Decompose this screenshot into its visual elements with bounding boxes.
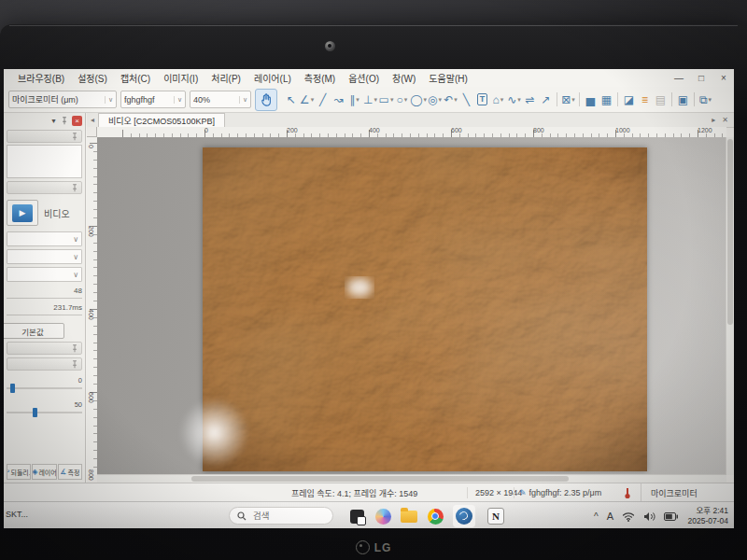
tool-button[interactable] <box>557 92 557 106</box>
menu-item[interactable]: 측정(M) <box>298 71 342 85</box>
tool-button[interactable] <box>579 92 580 106</box>
measure-select-tool[interactable]: ⊠ <box>560 91 576 109</box>
speaker-icon[interactable] <box>643 511 655 522</box>
grid-tool[interactable]: ▦ <box>599 91 614 109</box>
pencil-icon[interactable]: ✎ <box>519 488 527 497</box>
camera-option-select[interactable]: ∨ <box>7 267 82 282</box>
pointer-tool[interactable]: ↖ <box>283 91 299 109</box>
calibration-profile-dropdown[interactable]: fghgfhgf ∨ <box>120 91 186 108</box>
tool-button[interactable] <box>671 92 672 106</box>
camera-option-select[interactable]: ∨ <box>7 249 82 264</box>
slider-handle[interactable] <box>10 384 15 393</box>
file-explorer-button[interactable] <box>400 507 418 525</box>
horizontal-scrollbar[interactable] <box>97 474 726 483</box>
arrow-tool[interactable]: ↗ <box>538 91 554 109</box>
maximize-icon[interactable]: □ <box>695 73 708 83</box>
text-tool[interactable]: T <box>474 91 490 109</box>
spline-tool[interactable]: ∿ <box>506 91 522 109</box>
angle-tool[interactable]: ∠ <box>299 91 315 109</box>
export-tool[interactable]: ⧉ <box>698 91 713 109</box>
panel-section-header[interactable] <box>7 130 82 143</box>
panel-section-header[interactable] <box>7 342 82 355</box>
document-tab[interactable]: 비디오 [C2CMOS05100KPB] <box>98 113 225 127</box>
parallel-lines-tool[interactable]: ∥ <box>346 91 362 109</box>
task-view-button[interactable] <box>347 507 366 525</box>
pin-icon[interactable] <box>71 344 78 353</box>
menu-item[interactable]: 창(W) <box>386 71 422 85</box>
menu-item[interactable]: 옵션(O) <box>342 71 386 85</box>
tray-expand-icon[interactable]: ^ <box>594 511 599 522</box>
clipboard-tool[interactable]: ▣ <box>675 91 691 109</box>
pin-icon[interactable] <box>71 360 78 369</box>
annulus-tool[interactable]: ◎ <box>427 91 443 109</box>
circle-tool[interactable]: ◯ <box>410 91 427 109</box>
ime-indicator[interactable]: A <box>607 511 613 522</box>
tab-scroll-left-icon[interactable]: ◂ <box>87 116 98 124</box>
line-tool[interactable]: ╱ <box>315 91 331 109</box>
sidebar-bottom-tabs: ↩되돌리... ◈레이어 ∡측정 <box>7 464 82 481</box>
tab-scroll-right-icon[interactable]: ▸ <box>712 116 715 124</box>
microscope-app-button[interactable] <box>453 505 475 527</box>
battery-icon[interactable] <box>664 512 678 521</box>
notion-button[interactable]: N <box>486 507 505 525</box>
menu-item[interactable]: 도움말(H) <box>422 71 473 85</box>
tool-button[interactable] <box>617 92 618 106</box>
camera-option-select[interactable]: ∨ <box>7 231 82 246</box>
chart-tool[interactable]: ◪ <box>621 91 637 109</box>
windows-start-button[interactable] <box>202 508 218 525</box>
chrome-button[interactable] <box>426 507 444 525</box>
video-play-button[interactable]: ▶ <box>7 200 38 226</box>
tab-measure[interactable]: ∡측정 <box>58 464 82 480</box>
calibration-tool[interactable]: ≡ <box>637 91 653 109</box>
unit-dropdown[interactable]: 마이크로미터 (μm) ∨ <box>8 91 117 108</box>
rectangle-tool[interactable]: ▭ <box>378 91 394 109</box>
source-list-box[interactable] <box>7 145 82 178</box>
gain-slider[interactable] <box>7 298 82 299</box>
menu-item[interactable]: 설정(S) <box>71 71 114 85</box>
close-icon[interactable]: × <box>717 73 730 83</box>
tool-button[interactable] <box>694 92 695 106</box>
arc-tool[interactable]: ↶ <box>443 91 458 109</box>
wifi-icon[interactable] <box>622 511 635 522</box>
menu-item[interactable]: 레이어(L) <box>247 71 298 85</box>
table-tool[interactable]: ▤ <box>653 91 669 109</box>
panel-section-header[interactable] <box>7 181 82 194</box>
zoom-dropdown[interactable]: 40% ∨ <box>190 91 251 108</box>
menu-item[interactable]: 처리(P) <box>204 71 247 85</box>
pin-icon[interactable] <box>71 133 78 141</box>
hand-pan-tool[interactable] <box>255 89 277 111</box>
curve-tool[interactable]: ╲ <box>458 91 474 109</box>
slider-track[interactable] <box>7 387 82 389</box>
menu-item[interactable]: 이미지(I) <box>157 71 204 85</box>
taskbar-clock[interactable]: 오후 2:41 2025-07-04 <box>688 506 728 525</box>
minimize-icon[interactable]: — <box>672 73 685 83</box>
close-tab-icon[interactable]: ✕ <box>722 116 728 124</box>
chevron-down-icon[interactable]: ▼ <box>50 118 57 124</box>
menu-item[interactable]: 캡처(C) <box>114 71 157 85</box>
caliper-tool[interactable]: ⇌ <box>522 91 538 109</box>
pin-icon[interactable] <box>61 117 68 125</box>
polyline-arrow-tool[interactable]: ↝ <box>331 91 346 109</box>
vertical-scrollbar[interactable] <box>726 137 734 475</box>
panel-section-header[interactable] <box>7 357 82 371</box>
window-controls: — □ × <box>672 69 730 87</box>
close-panel-icon[interactable]: × <box>72 116 82 126</box>
default-values-button[interactable]: 기본값 <box>4 323 64 339</box>
copilot-button[interactable] <box>374 507 392 525</box>
slider-track[interactable] <box>7 412 82 413</box>
menu-item[interactable]: 브라우징(B) <box>11 71 71 85</box>
image-canvas[interactable] <box>97 137 726 475</box>
tab-undo[interactable]: ↩되돌리... <box>7 464 31 480</box>
perpendicular-tool[interactable]: ⊥ <box>362 91 378 109</box>
taskbar-search[interactable] <box>229 507 333 525</box>
ellipse-tool[interactable]: ○ <box>394 91 410 109</box>
slider-handle[interactable] <box>33 408 37 417</box>
exposure-slider[interactable] <box>7 315 82 315</box>
tab-layers[interactable]: ◈레이어 <box>32 464 56 480</box>
scrollbar-thumb[interactable] <box>727 139 733 325</box>
search-input[interactable] <box>251 510 320 522</box>
pin-icon[interactable] <box>71 184 78 192</box>
polygon-tool[interactable]: ⌂ <box>490 91 506 109</box>
scrollbar-thumb[interactable] <box>191 476 569 482</box>
histogram-tool[interactable]: ▅ <box>583 91 599 109</box>
